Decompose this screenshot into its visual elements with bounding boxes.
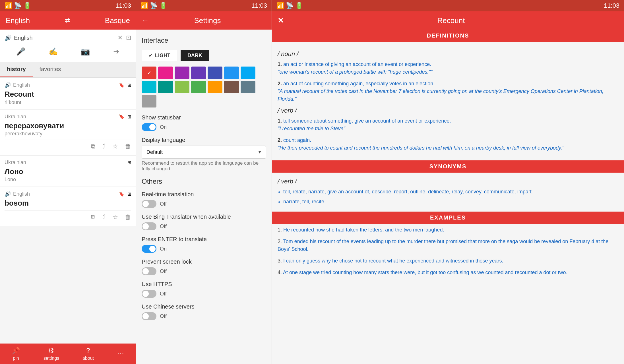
- verb-definition-1: 1. tell someone about something; give an…: [278, 117, 618, 133]
- realtime-toggle[interactable]: [142, 200, 156, 208]
- expand-icon[interactable]: ⊞: [127, 160, 131, 165]
- history-favorites-tabs: history favorites: [0, 62, 136, 78]
- https-setting: Use HTTPS Off: [142, 281, 266, 298]
- back-button[interactable]: ←: [142, 16, 149, 25]
- realtime-setting: Real-time translation Off: [142, 191, 266, 208]
- verb-definition-2: 2. count again. "He then proceeded to co…: [278, 136, 618, 152]
- history-word[interactable]: перераховувати: [5, 121, 131, 130]
- color-swatch-teal[interactable]: [158, 81, 173, 93]
- https-toggle[interactable]: [142, 290, 156, 298]
- color-swatch-blue-grey[interactable]: [241, 81, 255, 93]
- history-item: 🔊 English 🔖 ⊞ bosom ⧉ ⤴ ☆ 🗑: [0, 187, 136, 226]
- share-icon[interactable]: ⤴: [102, 214, 106, 221]
- color-swatch-blue[interactable]: [224, 67, 239, 79]
- display-lang-label: Display language: [142, 137, 266, 143]
- nav-pin[interactable]: 📌 pin: [12, 347, 20, 361]
- color-swatch-light-green[interactable]: [175, 81, 189, 93]
- light-theme-button[interactable]: ✓ LIGHT: [142, 50, 177, 61]
- color-swatch-light-blue[interactable]: [241, 67, 255, 79]
- bookmark-icon[interactable]: 🔖: [119, 191, 125, 197]
- color-swatch-pink[interactable]: [158, 67, 173, 79]
- history-item-icons: 🔖 ⊞: [119, 191, 131, 197]
- camera-icon[interactable]: 📷: [81, 47, 90, 56]
- wifi-icon: 📡: [150, 2, 158, 9]
- swap-languages-button[interactable]: ⇄: [65, 17, 70, 24]
- expand-icon[interactable]: ⊞: [127, 114, 131, 119]
- noun-pos-label: / noun /: [278, 50, 618, 58]
- screenlock-toggle[interactable]: [142, 267, 156, 275]
- star-icon[interactable]: ☆: [112, 214, 118, 221]
- history-item-header: Ukrainian 🔖 ⊞: [5, 114, 131, 120]
- history-item-lang: 🔊 English: [5, 191, 30, 197]
- display-lang-select-wrapper: Default ▼: [142, 146, 266, 159]
- share-icon[interactable]: ⤴: [102, 143, 106, 150]
- bing-toggle[interactable]: [142, 222, 156, 230]
- delete-icon[interactable]: 🗑: [125, 214, 131, 221]
- display-language-select[interactable]: Default: [142, 146, 266, 159]
- expand-icon[interactable]: ⊞: [127, 191, 131, 197]
- history-word[interactable]: Лоно: [5, 167, 131, 176]
- synonyms-header: SYNONYMS: [272, 160, 624, 173]
- translator-panel: 📶 📡 🔋 11:03 English ⇄ Basque 🔊 English ✕…: [0, 0, 136, 364]
- history-item-lang: Ukrainian: [5, 160, 26, 166]
- delete-icon[interactable]: 🗑: [125, 143, 131, 150]
- statusbar-toggle-row: On: [142, 123, 266, 131]
- close-button[interactable]: ✕: [278, 16, 284, 25]
- expand-icon[interactable]: ⊞: [127, 82, 131, 88]
- microphone-icon[interactable]: 🎤: [16, 47, 25, 56]
- history-item: Ukrainian 🔖 ⊞ перераховувати pererakhovu…: [0, 110, 136, 156]
- bottom-navigation: 📌 pin ⚙ settings ? about ⋯: [0, 344, 136, 364]
- history-word[interactable]: Recount: [5, 90, 131, 99]
- synonym-group-2: narrate, tell, recite: [283, 197, 618, 206]
- speaker-icon[interactable]: 🔊: [5, 34, 12, 41]
- bookmark-icon[interactable]: 🔖: [119, 82, 125, 88]
- input-controls: ✕ ⊡: [117, 34, 131, 42]
- color-swatch-indigo[interactable]: [208, 67, 222, 79]
- copy-icon[interactable]: ⧉: [91, 214, 96, 221]
- input-lang-row: 🔊 English ✕ ⊡: [5, 34, 131, 42]
- fullscreen-button[interactable]: ⊡: [126, 34, 131, 42]
- example-2: 2. Tom ended his recount of the events l…: [278, 238, 618, 253]
- tab-history[interactable]: history: [0, 62, 33, 77]
- source-language[interactable]: English: [6, 16, 30, 25]
- more-icon: ⋯: [117, 350, 124, 358]
- chinese-toggle[interactable]: [142, 312, 156, 320]
- bookmark-icon[interactable]: 🔖: [119, 114, 125, 119]
- definitions-body: / noun / 1. an act or instance of giving…: [272, 42, 624, 160]
- color-swatch-brown[interactable]: [224, 81, 239, 93]
- speaker-icon[interactable]: 🔊: [5, 191, 11, 197]
- settings-icon: ⚙: [48, 347, 54, 355]
- color-swatch-red[interactable]: ✓: [142, 67, 156, 79]
- dark-theme-button[interactable]: DARK: [181, 50, 209, 61]
- verb-pos-label: / verb /: [278, 107, 618, 114]
- statusbar-toggle[interactable]: [142, 123, 156, 131]
- handwriting-icon[interactable]: ✍: [49, 47, 58, 56]
- copy-icon[interactable]: ⧉: [91, 143, 96, 150]
- history-item-icons: 🔖 ⊞: [119, 82, 131, 88]
- history-item-actions: ⧉ ⤴ ☆ 🗑: [5, 210, 131, 222]
- history-word[interactable]: bosom: [5, 199, 131, 208]
- arrow-icon[interactable]: ➜: [113, 47, 119, 56]
- target-language[interactable]: Basque: [105, 16, 130, 25]
- color-swatch-cyan[interactable]: [142, 81, 156, 93]
- nav-about[interactable]: ? about: [82, 347, 94, 361]
- tab-favorites[interactable]: favorites: [33, 62, 68, 77]
- nav-more[interactable]: ⋯: [117, 350, 124, 358]
- star-icon[interactable]: ☆: [112, 143, 118, 150]
- enter-setting: Press ENTER to translate On: [142, 236, 266, 253]
- color-swatch-orange[interactable]: [208, 81, 222, 93]
- noun-definition-2: 2. an act of counting something again, e…: [278, 80, 618, 103]
- history-phonetic: riˈkount: [5, 99, 131, 106]
- color-swatch-green[interactable]: [191, 81, 206, 93]
- speaker-icon[interactable]: 🔊: [5, 82, 11, 88]
- status-bar-3: 📶 📡 🔋 11:03: [272, 0, 624, 11]
- nav-settings[interactable]: ⚙ settings: [44, 347, 59, 361]
- input-methods-row: 🎤 ✍ 📷 ➜: [5, 44, 131, 57]
- color-swatch-deep-purple[interactable]: [191, 67, 206, 79]
- enter-toggle[interactable]: [142, 245, 156, 253]
- color-swatch-grey[interactable]: [142, 95, 156, 107]
- https-label: Use HTTPS: [142, 281, 266, 288]
- color-swatch-purple[interactable]: [175, 67, 189, 79]
- clear-input-button[interactable]: ✕: [117, 34, 123, 42]
- battery-icon: 🔋: [159, 2, 167, 9]
